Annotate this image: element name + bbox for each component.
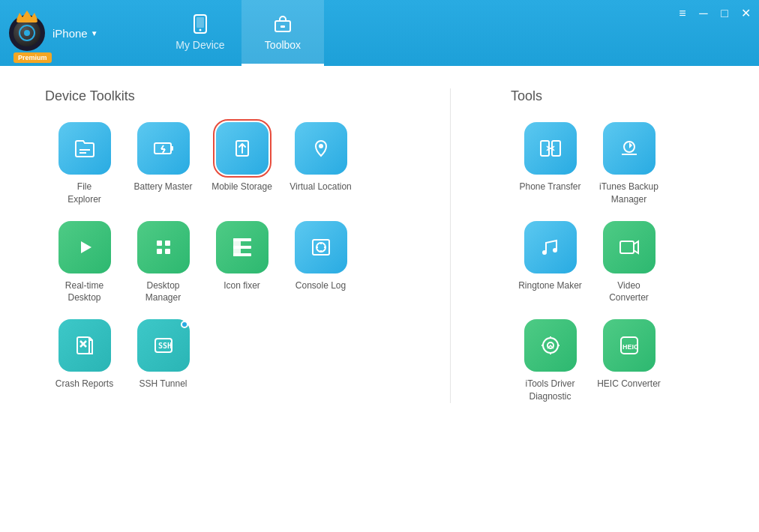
window-controls: ≡ ─ □ ✕ [675,6,753,21]
svg-rect-26 [233,238,251,241]
console-log-label: Console Log [296,279,346,292]
ringtone-maker-icon [524,221,577,273]
tool-mobile-storage[interactable]: Mobile Storage [202,122,281,206]
tool-console-log[interactable]: Console Log [281,221,360,305]
svg-marker-1 [16,13,24,19]
svg-marker-42 [629,142,632,148]
maximize-button[interactable]: □ [717,6,732,21]
tool-heic-converter[interactable]: HEIC HEIC Converter [590,319,668,403]
toolbox-icon [272,13,293,34]
svg-point-5 [24,30,30,36]
svg-rect-21 [157,241,162,246]
device-toolkits-section: Device Toolkits FileExplorer [45,88,390,403]
minimize-button[interactable]: ─ [696,6,711,21]
device-dropdown-icon: ▼ [91,29,98,37]
tools-container: Device Toolkits FileExplorer [45,88,714,403]
device-toolkits-title: Device Toolkits [45,88,390,104]
itools-driver-diagnostic-icon [524,319,577,372]
ssh-tunnel-icon: SSH [137,319,190,372]
ssh-tunnel-label: SSH Tunnel [139,378,187,390]
svg-rect-23 [157,249,162,254]
svg-rect-22 [165,241,170,246]
svg-rect-39 [552,141,560,156]
svg-point-45 [553,248,557,253]
itools-driver-diagnostic-label: iTools DriverDiagnostic [525,378,574,403]
mobile-storage-icon [216,122,268,175]
device-toolkits-grid: FileExplorer Battery Master [45,122,390,390]
svg-text:HEIC: HEIC [622,343,639,351]
realtime-desktop-label: Real-timeDesktop [65,279,104,305]
device-text: iPhone [52,27,88,40]
svg-rect-7 [196,17,204,28]
tools-title: Tools [511,88,714,104]
tools-grid: Phone Transfer iTunes BackupManager [511,122,714,403]
premium-badge: Premium [14,49,52,63]
app-logo [9,15,45,51]
tab-my-device-label: My Device [176,39,224,51]
tab-toolbox-label: Toolbox [265,39,301,51]
file-explorer-icon [58,122,111,175]
tool-crash-reports[interactable]: Crash Reports [45,319,124,390]
itunes-backup-manager-label: iTunes BackupManager [599,181,658,206]
tool-video-converter[interactable]: VideoConverter [590,221,668,305]
device-name-label[interactable]: iPhone ▼ [52,27,98,40]
svg-point-8 [200,28,202,31]
video-converter-label: VideoConverter [609,279,649,305]
svg-marker-2 [30,13,38,19]
tool-desktop-manager[interactable]: DesktopManager [124,221,202,305]
console-log-icon [295,221,347,273]
heic-converter-label: HEIC Converter [597,378,661,390]
svg-rect-35 [77,337,89,354]
phone-transfer-label: Phone Transfer [519,181,580,193]
svg-text:SSH: SSH [158,342,172,350]
tool-icon-fixer[interactable]: Icon fixer [202,221,281,305]
mobile-storage-label: Mobile Storage [212,181,272,193]
section-divider [450,88,451,403]
tool-file-explorer[interactable]: FileExplorer [45,122,124,206]
nav-tabs: My Device Toolbox [159,0,324,66]
phone-transfer-icon [524,122,577,175]
svg-rect-46 [620,241,634,253]
virtual-location-icon [295,122,347,175]
my-device-icon [190,13,211,34]
svg-rect-38 [541,141,549,156]
tab-toolbox[interactable]: Toolbox [242,0,324,66]
tool-ssh-tunnel[interactable]: SSH SSH Tunnel [124,319,202,390]
icon-fixer-label: Icon fixer [224,279,260,292]
svg-rect-24 [165,249,170,254]
battery-master-label: Battery Master [134,181,192,193]
svg-point-19 [319,144,323,148]
crash-reports-label: Crash Reports [56,378,113,390]
close-button[interactable]: ✕ [738,6,753,21]
icon-fixer-icon [216,221,268,273]
desktop-manager-label: DesktopManager [146,279,181,305]
tool-realtime-desktop[interactable]: Real-timeDesktop [45,221,124,305]
svg-rect-27 [233,246,251,249]
tool-ringtone-maker[interactable]: Ringtone Maker [511,221,590,305]
virtual-location-label: Virtual Location [290,181,352,193]
svg-marker-20 [81,241,92,253]
menu-button[interactable]: ≡ [675,6,690,21]
ringtone-maker-label: Ringtone Maker [518,279,582,292]
battery-master-icon [137,122,190,175]
tools-section: Tools Phone Transfer [511,88,714,403]
tool-phone-transfer[interactable]: Phone Transfer [511,122,590,206]
crash-reports-icon [58,319,111,372]
file-explorer-label: FileExplorer [68,181,101,206]
tool-itools-driver-diagnostic[interactable]: iTools DriverDiagnostic [511,319,590,403]
main-content: Device Toolkits FileExplorer [0,66,759,532]
realtime-desktop-icon [58,221,111,273]
svg-rect-3 [16,19,38,22]
video-converter-icon [603,221,656,273]
tab-my-device[interactable]: My Device [159,0,242,66]
tool-battery-master[interactable]: Battery Master [124,122,202,206]
svg-rect-10 [280,25,285,28]
tool-itunes-backup-manager[interactable]: iTunes BackupManager [590,122,668,206]
tool-virtual-location[interactable]: Virtual Location [281,122,360,206]
logo-inner [14,19,40,46]
svg-rect-14 [171,146,173,151]
desktop-manager-icon [137,221,190,273]
header: ≡ ─ □ ✕ iPhone [0,0,759,66]
svg-rect-28 [233,253,251,256]
svg-point-44 [542,250,547,255]
